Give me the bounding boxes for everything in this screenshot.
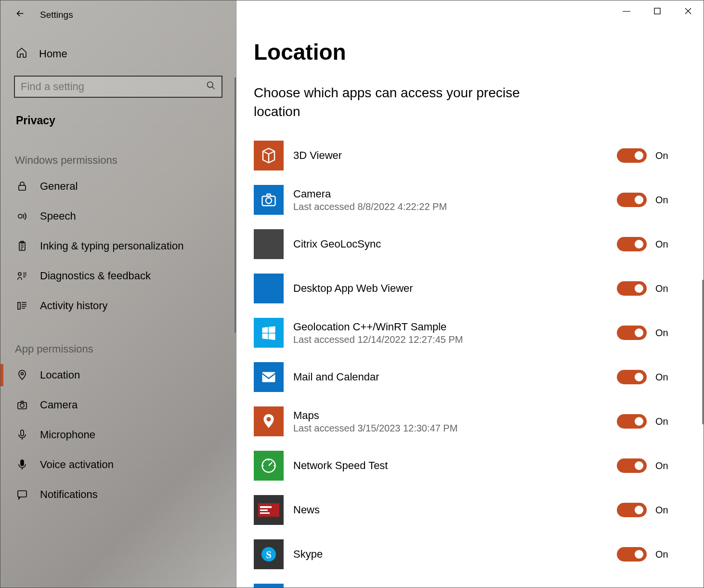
content-scrollbar[interactable] [702,280,704,424]
clipboard-icon [16,240,28,252]
nav-diagnostics[interactable]: Diagnostics & feedback [0,261,236,291]
app-list: 3D Viewer On Camera Last accessed 8/8/20… [254,133,679,588]
nav-voice-activation[interactable]: Voice activation [0,450,236,480]
lock-icon [16,181,28,192]
app-icon [254,406,284,436]
back-button[interactable] [15,8,26,22]
app-name: 3D Viewer [293,149,607,162]
camera-icon [16,399,28,411]
svg-rect-10 [21,430,24,436]
app-toggle[interactable] [617,148,647,163]
nav-label: General [40,180,78,193]
app-icon [254,495,284,525]
app-row: Geolocation C++/WinRT Sample Last access… [254,311,679,355]
app-icon [254,362,284,392]
app-row: Desktop App Web Viewer On [254,266,679,311]
svg-rect-22 [260,512,270,514]
app-name: Desktop App Web Viewer [293,282,607,295]
microphone-icon [16,429,28,441]
svg-point-2 [18,214,22,218]
svg-point-17 [267,417,271,421]
app-last-accessed: Last accessed 8/8/2022 4:22:22 PM [293,201,607,212]
nav-notifications[interactable]: Notifications [0,480,236,510]
app-toggle[interactable] [617,193,647,207]
home-icon [16,47,27,61]
chat-icon [16,489,28,500]
app-row: Mail and Calendar On [254,355,679,399]
svg-rect-12 [18,491,26,497]
app-toggle[interactable] [617,370,647,384]
app-icon [254,229,284,259]
app-toggle[interactable] [617,237,647,251]
group-app-permissions: App permissions [0,321,236,360]
app-toggle[interactable] [617,326,647,340]
svg-point-9 [20,404,24,407]
toggle-state-label: On [655,327,668,339]
app-toggle[interactable] [617,281,647,296]
app-icon [254,274,284,303]
app-icon [254,141,284,170]
app-name: Network Speed Test [293,459,607,472]
toggle-state-label: On [655,239,668,250]
app-toggle[interactable] [617,547,647,562]
maximize-button[interactable] [642,0,673,22]
nav-camera[interactable]: Camera [0,390,236,420]
toggle-state-label: On [655,416,668,427]
nav-label: Inking & typing personalization [40,240,183,252]
toggle-state-label: On [655,549,668,560]
search-input[interactable] [14,76,222,98]
nav-label: Speech [40,210,76,222]
svg-point-15 [266,198,272,204]
toggle-state-label: On [655,283,668,294]
app-name: News [293,504,607,516]
app-last-accessed: Last accessed 3/15/2023 12:30:47 PM [293,423,607,434]
sidebar: Settings Home Privacy Windows permission… [0,0,236,588]
svg-point-0 [208,82,213,88]
nav-microphone[interactable]: Microphone [0,420,236,450]
home-label: Home [39,48,67,60]
app-row: News On [254,488,679,532]
nav-speech[interactable]: Speech [0,201,236,231]
svg-point-5 [18,273,21,275]
app-row: 3D Viewer On [254,133,679,178]
app-row: Maps Last accessed 3/15/2023 12:30:47 PM… [254,399,679,444]
nav-label: Activity history [40,300,108,312]
app-toggle[interactable] [617,503,647,517]
app-icon [254,584,284,588]
app-name: Maps [293,409,607,422]
app-toggle[interactable] [617,414,647,429]
svg-rect-1 [19,185,26,190]
section-privacy: Privacy [0,101,236,132]
nav-inking[interactable]: Inking & typing personalization [0,231,236,261]
svg-rect-13 [654,8,660,14]
speech-icon [16,210,28,222]
svg-rect-6 [18,302,20,309]
app-name: Geolocation C++/WinRT Sample [293,321,607,333]
svg-point-7 [21,373,24,375]
toggle-state-label: On [655,505,668,516]
window-title: Settings [40,10,73,20]
app-row: Weather On [254,576,679,588]
nav-location[interactable]: Location [0,360,236,390]
app-name: Camera [293,188,607,200]
close-button[interactable] [673,0,704,22]
page-title: Location [254,39,679,65]
nav-label: Notifications [40,488,98,501]
app-row: Camera Last accessed 8/8/2022 4:22:22 PM… [254,178,679,222]
nav-label: Voice activation [40,458,114,471]
app-icon [254,185,284,215]
nav-general[interactable]: General [0,171,236,201]
nav-activity[interactable]: Activity history [0,291,236,321]
voice-icon [16,459,28,470]
minimize-button[interactable]: — [611,0,642,22]
app-name: Mail and Calendar [293,371,607,383]
app-toggle[interactable] [617,458,647,473]
svg-rect-16 [262,372,275,382]
app-row: Network Speed Test On [254,444,679,488]
home-button[interactable]: Home [0,30,236,73]
toggle-state-label: On [655,372,668,383]
toggle-state-label: On [655,150,668,161]
search-icon [206,81,216,93]
svg-rect-20 [260,506,272,508]
nav-label: Location [40,369,80,381]
